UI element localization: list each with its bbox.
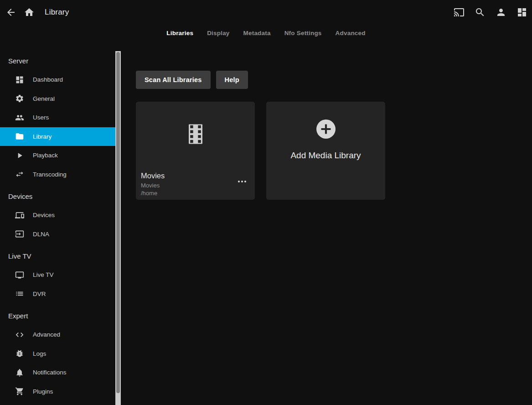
sidebar-item-label: DVR — [33, 291, 46, 297]
search-icon — [475, 7, 486, 18]
users-icon — [15, 113, 24, 122]
library-card-movies[interactable]: Movies Movies /home — [136, 102, 255, 200]
tab-advanced[interactable]: Advanced — [336, 30, 366, 36]
sidebar-scrollbar-thumb[interactable] — [116, 52, 120, 393]
section-title-devices: Devices — [0, 192, 121, 201]
sidebar-item-label: Playback — [33, 152, 58, 159]
sidebar-item-livetv[interactable]: Live TV — [0, 265, 115, 285]
sidebar-item-general[interactable]: General — [0, 89, 115, 109]
add-media-library-label: Add Media Library — [290, 151, 361, 161]
back-button[interactable] — [2, 3, 20, 21]
folder-icon — [15, 132, 24, 141]
sidebar-item-scheduled-tasks[interactable]: Scheduled Tasks — [0, 401, 115, 405]
back-icon — [5, 7, 16, 18]
header-actions — [450, 3, 531, 21]
tab-metadata[interactable]: Metadata — [243, 30, 271, 36]
section-title-server: Server — [0, 57, 121, 66]
home-button[interactable] — [20, 3, 38, 21]
library-content-type: Movies — [141, 182, 165, 189]
dashboard-icon — [517, 7, 527, 18]
scan-all-libraries-button[interactable]: Scan All Libraries — [136, 71, 211, 89]
sidebar-item-dlna[interactable]: DLNA — [0, 225, 115, 244]
settings-tabs: Libraries Display Metadata Nfo Settings … — [0, 25, 532, 41]
cart-icon — [15, 387, 24, 396]
sidebar-item-label: Dashboard — [33, 76, 63, 83]
sidebar-item-label: Devices — [33, 212, 55, 218]
sidebar-item-transcoding[interactable]: Transcoding — [0, 165, 115, 184]
tab-display[interactable]: Display — [207, 30, 229, 36]
sidebar-section-devices: Devices Devices DLNA — [0, 192, 121, 244]
card-icon-area — [136, 102, 255, 144]
library-menu-button[interactable] — [236, 179, 248, 184]
sidebar-section-server: Server Dashboard General Users — [0, 57, 121, 184]
sidebar-item-notifications[interactable]: Notifications — [0, 363, 115, 382]
cast-icon — [454, 7, 465, 18]
gear-icon — [15, 94, 24, 103]
library-cards: Movies Movies /home Add Media Library — [136, 102, 532, 200]
code-icon — [15, 330, 24, 339]
bug-icon — [15, 349, 24, 358]
sidebar-item-logs[interactable]: Logs — [0, 344, 115, 363]
admin-sidebar: Server Dashboard General Users — [0, 41, 121, 405]
tab-libraries[interactable]: Libraries — [166, 30, 193, 36]
section-title-livetv: Live TV — [0, 252, 121, 261]
sidebar-item-users[interactable]: Users — [0, 108, 115, 127]
sidebar-item-label: Live TV — [33, 271, 54, 278]
cast-button[interactable] — [450, 3, 468, 21]
dashboard-icon — [15, 75, 24, 84]
devices-icon — [15, 211, 24, 220]
sidebar-item-label: Notifications — [33, 369, 67, 376]
tab-nfo-settings[interactable]: Nfo Settings — [284, 30, 322, 36]
add-media-library-card[interactable]: Add Media Library — [266, 102, 385, 200]
search-button[interactable] — [471, 3, 489, 21]
library-card-info: Movies Movies /home — [141, 171, 165, 197]
sidebar-item-library[interactable]: Library — [0, 127, 115, 146]
sidebar-item-label: DLNA — [33, 231, 49, 238]
sidebar-item-label: Users — [33, 114, 49, 121]
user-icon — [496, 7, 506, 18]
dashboard-shortcut-button[interactable] — [513, 3, 531, 21]
user-button[interactable] — [492, 3, 510, 21]
libraries-panel: Scan All Libraries Help — [121, 41, 532, 405]
home-icon — [24, 7, 35, 18]
library-path: /home — [141, 189, 165, 197]
list-icon — [15, 289, 24, 298]
tv-icon — [15, 270, 24, 280]
input-icon — [15, 229, 24, 239]
sidebar-item-label: Logs — [33, 350, 46, 357]
sidebar-item-dvr[interactable]: DVR — [0, 285, 115, 304]
sidebar-item-dashboard[interactable]: Dashboard — [0, 70, 115, 89]
film-strip-icon — [189, 124, 202, 144]
sidebar-item-label: Transcoding — [33, 171, 67, 178]
bell-icon — [15, 368, 24, 377]
sidebar-item-devices[interactable]: Devices — [0, 206, 115, 225]
page-title: Library — [45, 8, 69, 17]
sidebar-scrollbar-track — [115, 51, 121, 405]
swap-arrows-icon — [15, 170, 24, 179]
sidebar-item-advanced[interactable]: Advanced — [0, 325, 115, 344]
help-button[interactable]: Help — [216, 71, 248, 89]
app-header: Library — [0, 0, 532, 25]
sidebar-item-label: Plugins — [33, 388, 53, 395]
library-name: Movies — [141, 171, 165, 180]
play-icon — [15, 151, 24, 160]
library-actions: Scan All Libraries Help — [136, 71, 532, 89]
sidebar-item-label: Advanced — [33, 331, 60, 338]
sidebar-item-plugins[interactable]: Plugins — [0, 382, 115, 401]
section-title-expert: Expert — [0, 312, 121, 321]
plus-icon — [316, 119, 336, 139]
sidebar-item-label: Library — [33, 133, 52, 140]
sidebar-section-livetv: Live TV Live TV DVR — [0, 252, 121, 303]
sidebar-section-expert: Expert Advanced Logs Notifications — [0, 312, 121, 405]
sidebar-item-playback[interactable]: Playback — [0, 146, 115, 165]
ellipsis-icon — [238, 181, 240, 182]
sidebar-item-label: General — [33, 95, 55, 102]
